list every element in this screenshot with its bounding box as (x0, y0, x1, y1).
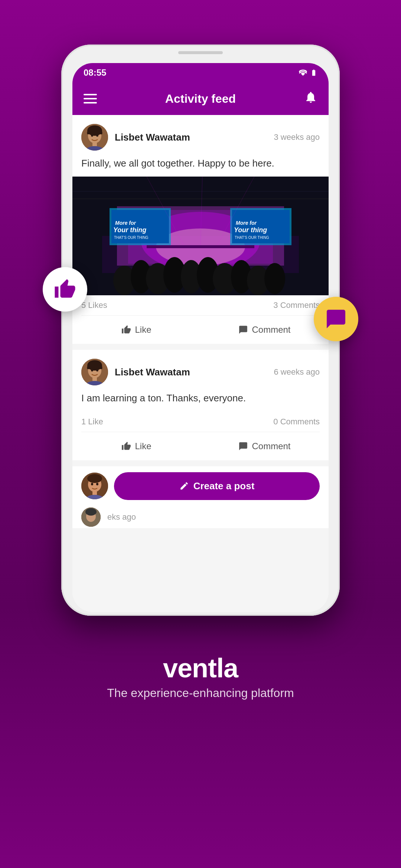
like-button-1[interactable]: Like (72, 318, 200, 342)
feed-content: Lisbet Wawatam 3 weeks ago Finally, we a… (72, 115, 329, 612)
create-post-bar: Create a post (72, 466, 329, 506)
post-actions-1: Like Comment (72, 316, 329, 344)
page-title: Activity feed (165, 92, 236, 106)
brand-tagline: The experience-enhancing platform (107, 686, 294, 700)
svg-point-42 (91, 369, 93, 372)
post-header-2: Lisbet Wawatam 6 weeks ago (72, 350, 329, 391)
wifi-icon (299, 69, 307, 76)
likes-count-2: 1 Like (81, 417, 103, 427)
svg-point-43 (96, 369, 98, 372)
status-bar: 08:55 (72, 63, 329, 82)
avatar-3 (81, 473, 108, 499)
post-stats-2: 1 Like 0 Comments (72, 412, 329, 432)
post-header-1: Lisbet Wawatam 3 weeks ago (72, 115, 329, 157)
like-button-2[interactable]: Like (72, 434, 200, 458)
comment-label-1: Comment (252, 325, 290, 335)
comment-button-1[interactable]: Comment (200, 318, 329, 342)
create-post-label: Create a post (193, 480, 255, 492)
avatar-partial (81, 507, 101, 527)
svg-text:Your thing: Your thing (234, 226, 267, 234)
post-partial-3: eks ago (72, 506, 329, 528)
svg-text:THAT'S OUR THING: THAT'S OUR THING (235, 236, 269, 240)
floating-like-icon (43, 267, 87, 312)
notification-bell-button[interactable] (304, 91, 317, 107)
post-time-2: 6 weeks ago (274, 367, 320, 377)
post-card-1: Lisbet Wawatam 3 weeks ago Finally, we a… (72, 115, 329, 344)
avatar-1 (81, 124, 108, 151)
svg-point-50 (96, 483, 98, 486)
post-card-2: Lisbet Wawatam 6 weeks ago I am learning… (72, 350, 329, 460)
svg-text:Your thing: Your thing (113, 226, 146, 234)
status-time: 08:55 (84, 68, 106, 78)
phone-wrapper: 08:55 Activity feed (61, 45, 340, 631)
phone-screen: 08:55 Activity feed (72, 63, 329, 612)
post-image-1: More for Your thing THAT'S OUR THING Mor… (72, 177, 329, 295)
svg-point-3 (91, 134, 93, 137)
post-stats-1: 5 Likes 3 Comments (72, 295, 329, 315)
comment-label-2: Comment (252, 441, 290, 451)
create-post-button[interactable]: Create a post (114, 472, 320, 500)
svg-point-49 (91, 483, 93, 486)
author-name-1: Lisbet Wawatam (115, 132, 190, 143)
hamburger-menu-button[interactable] (84, 94, 97, 103)
floating-comment-icon (314, 297, 358, 341)
comments-count-2: 0 Comments (273, 417, 320, 427)
svg-text:More for: More for (115, 220, 137, 226)
post-actions-2: Like Comment (72, 432, 329, 460)
comment-button-2[interactable]: Comment (200, 434, 329, 458)
svg-point-4 (96, 134, 98, 137)
post-time-1: 3 weeks ago (274, 132, 320, 142)
author-name-2: Lisbet Wawatam (115, 366, 190, 378)
post-partial-time: eks ago (107, 512, 136, 522)
svg-rect-5 (92, 142, 97, 146)
brand-name: ventla (107, 653, 294, 683)
likes-count-1: 5 Likes (81, 300, 107, 310)
branding: ventla The experience-enhancing platform (107, 653, 294, 700)
svg-rect-44 (92, 377, 97, 381)
svg-point-35 (264, 263, 285, 294)
battery-icon (310, 69, 317, 76)
like-label-1: Like (135, 325, 151, 335)
top-bar: Activity feed (72, 82, 329, 115)
like-label-2: Like (135, 441, 151, 451)
svg-text:More for: More for (236, 220, 257, 226)
post-text-1: Finally, we all got together. Happy to b… (72, 157, 329, 177)
comments-count-1: 3 Comments (273, 300, 320, 310)
svg-rect-51 (92, 491, 97, 495)
svg-point-48 (87, 474, 102, 483)
svg-rect-25 (147, 245, 254, 248)
avatar-2 (81, 359, 108, 385)
status-icons (299, 69, 317, 76)
svg-point-55 (85, 508, 97, 516)
svg-text:THAT'S OUR THING: THAT'S OUR THING (114, 236, 149, 240)
post-text-2: I am learning a ton. Thanks, everyone. (72, 391, 329, 411)
